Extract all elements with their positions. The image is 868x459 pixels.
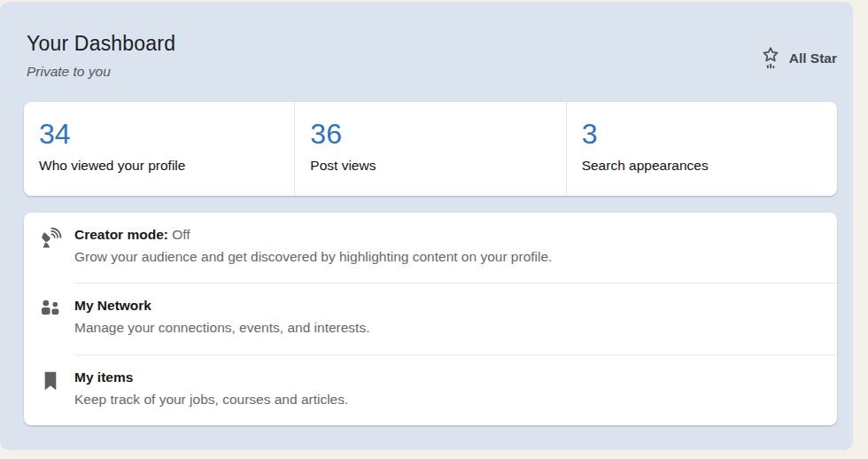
menu-row-creator-mode[interactable]: Creator mode: Off Grow your audience and… bbox=[24, 213, 837, 283]
dashboard-menu-card: Creator mode: Off Grow your audience and… bbox=[24, 213, 837, 425]
all-star-label: All Star bbox=[789, 51, 837, 66]
stat-post-views[interactable]: 36 Post views bbox=[294, 102, 565, 196]
menu-row-title: My Network bbox=[74, 297, 369, 315]
star-meter-icon bbox=[759, 46, 782, 71]
stat-label: Post views bbox=[310, 158, 556, 174]
bookmark-icon bbox=[39, 370, 62, 393]
people-icon bbox=[39, 298, 62, 321]
stats-card: 34 Who viewed your profile 36 Post views… bbox=[24, 102, 837, 196]
menu-row-description: Manage your connections, events, and int… bbox=[74, 319, 369, 337]
stat-value: 34 bbox=[39, 119, 285, 149]
page-title: Your Dashboard bbox=[27, 32, 175, 56]
satellite-dish-icon bbox=[39, 227, 62, 250]
dashboard-header: Your Dashboard Private to you bbox=[27, 32, 175, 80]
privacy-note: Private to you bbox=[27, 64, 175, 80]
stat-search-appearances[interactable]: 3 Search appearances bbox=[566, 102, 837, 196]
stat-value: 3 bbox=[582, 119, 828, 149]
all-star-badge[interactable]: All Star bbox=[759, 46, 837, 71]
dashboard-panel: Your Dashboard Private to you All Star 3… bbox=[0, 2, 853, 450]
creator-mode-status: Off bbox=[172, 227, 190, 242]
menu-row-my-network[interactable]: My Network Manage your connections, even… bbox=[24, 284, 837, 354]
stat-who-viewed-profile[interactable]: 34 Who viewed your profile bbox=[24, 102, 294, 196]
menu-row-title: My items bbox=[74, 369, 348, 386]
menu-row-text: My Network Manage your connections, even… bbox=[74, 297, 369, 337]
menu-row-description: Keep track of your jobs, courses and art… bbox=[74, 391, 348, 408]
stat-label: Search appearances bbox=[582, 158, 828, 174]
stat-label: Who viewed your profile bbox=[39, 158, 285, 174]
menu-row-description: Grow your audience and get discovered by… bbox=[74, 248, 552, 266]
menu-row-text: My items Keep track of your jobs, course… bbox=[74, 369, 348, 408]
menu-row-text: Creator mode: Off Grow your audience and… bbox=[74, 226, 552, 266]
menu-row-title: Creator mode: Off bbox=[74, 226, 552, 244]
creator-mode-label: Creator mode: bbox=[74, 227, 168, 242]
stat-value: 36 bbox=[310, 119, 556, 149]
menu-row-my-items[interactable]: My items Keep track of your jobs, course… bbox=[24, 355, 837, 425]
